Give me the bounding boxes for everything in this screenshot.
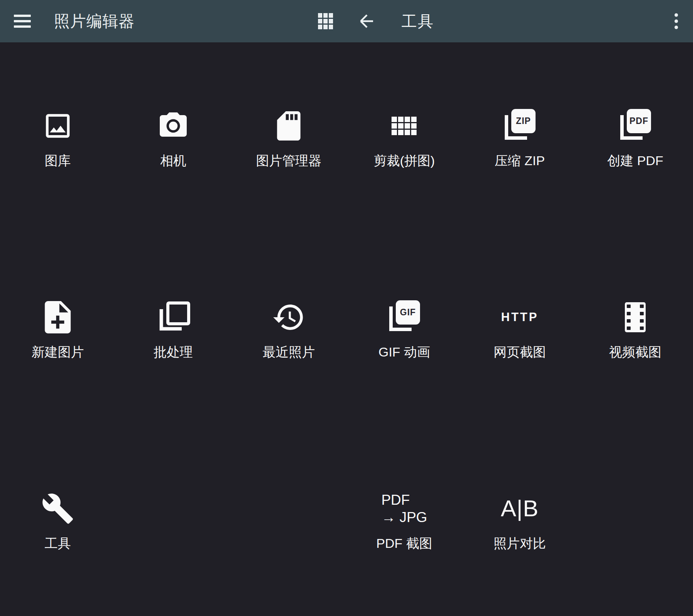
recent-history-icon <box>272 297 306 337</box>
tool-camera[interactable]: 相机 <box>116 42 231 234</box>
hamburger-menu-icon[interactable] <box>14 15 31 28</box>
camera-icon <box>157 106 189 146</box>
wrench-icon <box>41 489 74 529</box>
tools-grid: 图库 相机 图片管理器 <box>0 42 693 616</box>
film-strip-icon <box>625 297 646 337</box>
tool-label: 图片管理器 <box>256 152 321 170</box>
tool-batch-process[interactable]: 批处理 <box>116 234 231 425</box>
top-app-bar: 照片编辑器 工具 <box>0 0 693 42</box>
gallery-icon <box>42 106 74 146</box>
tool-label: 图库 <box>45 152 71 170</box>
tool-video-screenshot[interactable]: 视频截图 <box>578 234 693 425</box>
tool-image-manager[interactable]: 图片管理器 <box>231 42 346 234</box>
tool-label: 压缩 ZIP <box>495 152 545 170</box>
back-arrow-icon[interactable] <box>357 12 376 30</box>
tool-gif-animation[interactable]: GIF GIF 动画 <box>346 234 462 425</box>
tool-label: 批处理 <box>154 343 193 361</box>
app-title: 照片编辑器 <box>54 11 135 32</box>
tool-label: PDF 截图 <box>376 535 432 552</box>
tool-label: 创建 PDF <box>607 152 663 170</box>
tool-label: 相机 <box>160 152 186 170</box>
tool-label: 工具 <box>45 535 71 552</box>
tool-tools[interactable]: 工具 <box>0 425 116 616</box>
tool-compress-zip[interactable]: ZIP 压缩 ZIP <box>462 42 578 234</box>
tool-photo-compare[interactable]: A|B 照片对比 <box>462 425 578 616</box>
tool-label: 网页截图 <box>494 343 546 361</box>
tool-label: 视频截图 <box>609 343 661 361</box>
tool-gallery[interactable]: 图库 <box>0 42 116 234</box>
zip-badge-text: ZIP <box>511 109 536 133</box>
tool-label: 照片对比 <box>494 535 546 552</box>
tool-crop-collage[interactable]: 剪裁(拼图) <box>346 42 462 234</box>
pdf-badge-text: PDF <box>627 109 651 133</box>
collage-grid-icon <box>392 106 417 146</box>
sd-card-icon <box>274 106 303 146</box>
tool-label: GIF 动画 <box>378 343 430 361</box>
pdf-to-jpg-icon: PDF → JPG <box>381 489 427 529</box>
page-title: 工具 <box>402 11 434 32</box>
tool-web-screenshot[interactable]: HTTP 网页截图 <box>462 234 578 425</box>
zip-badge-icon: ZIP <box>503 106 537 146</box>
tool-pdf-screenshot[interactable]: PDF → JPG PDF 截图 <box>346 425 462 616</box>
new-image-icon <box>45 297 71 337</box>
gif-badge-icon: GIF <box>387 297 421 337</box>
pdf-badge-icon: PDF <box>618 106 652 146</box>
overflow-menu-icon[interactable] <box>673 12 680 31</box>
tool-label: 新建图片 <box>32 343 84 361</box>
tool-create-pdf[interactable]: PDF 创建 PDF <box>578 42 693 234</box>
http-text-icon: HTTP <box>501 297 539 337</box>
tool-label: 最近照片 <box>263 343 315 361</box>
tool-new-image[interactable]: 新建图片 <box>0 234 116 425</box>
tool-recent-photos[interactable]: 最近照片 <box>231 234 346 425</box>
gif-badge-text: GIF <box>396 300 420 325</box>
batch-copy-icon <box>156 297 190 337</box>
ab-compare-icon: A|B <box>501 489 539 529</box>
apps-grid-icon[interactable] <box>318 13 333 29</box>
tool-label: 剪裁(拼图) <box>374 152 435 170</box>
